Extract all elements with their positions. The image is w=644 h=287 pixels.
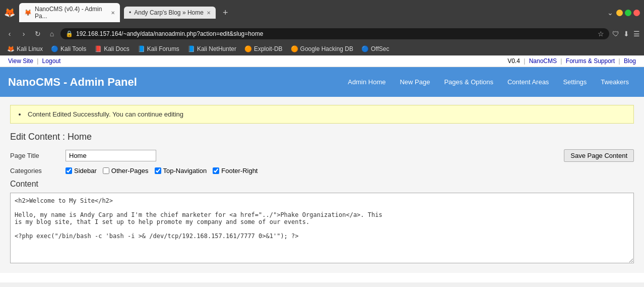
browser-tab-inactive[interactable]: • Andy Carp's Blog » Home ✕ <box>124 7 216 19</box>
logout-link[interactable]: Logout <box>42 58 61 65</box>
footer-right-checkbox[interactable] <box>213 167 219 174</box>
browser-controls-bar: ‹ › ↻ ⌂ 🔒 ☆ 🛡 ⬇ ☰ <box>0 25 644 42</box>
address-bar-container: 🔒 ☆ <box>60 28 609 39</box>
save-page-content-button[interactable]: Save Page Content <box>564 149 634 162</box>
nav-settings[interactable]: Settings <box>556 67 594 97</box>
tab-title: Andy Carp's Blog » Home <box>134 9 204 16</box>
top-links-bar: View Site | Logout V0.4 | NanoCMS | Foru… <box>0 55 644 67</box>
bookmark-offsec[interactable]: 🔵 OffSec <box>358 44 392 53</box>
top-links-left: View Site | Logout <box>8 58 60 65</box>
other-pages-checkbox[interactable] <box>103 167 109 174</box>
top-navigation-checkbox-label[interactable]: Top-Navigation <box>155 167 207 175</box>
browser-tab-active[interactable]: 🦊 NanoCMS (v0.4) - Admin Pa... ✕ <box>19 3 120 22</box>
admin-header: NanoCMS - Admin Panel Admin Home New Pag… <box>0 67 644 97</box>
footer-right-label: Footer-Right <box>221 167 257 175</box>
edit-content-title: Edit Content : Home <box>10 132 634 142</box>
extensions-button[interactable]: 🛡 <box>612 30 619 38</box>
sidebar-checkbox[interactable] <box>66 167 72 174</box>
main-content-area: Content Edited Successfully. You can con… <box>0 97 644 273</box>
top-navigation-checkbox[interactable] <box>155 167 161 174</box>
browser-toolbar-icons: 🛡 ⬇ ☰ <box>612 30 640 38</box>
tab-favicon: • <box>129 9 131 16</box>
bookmark-google-hacking-db[interactable]: 🟠 Google Hacking DB <box>288 44 356 53</box>
home-button[interactable]: ⌂ <box>46 28 57 39</box>
page-title-label: Page Title <box>10 152 60 159</box>
page-content: View Site | Logout V0.4 | NanoCMS | Foru… <box>0 55 644 282</box>
nav-pages-options[interactable]: Pages & Options <box>437 67 500 97</box>
bookmark-kali-linux[interactable]: 🦊 Kali Linux <box>4 44 46 53</box>
bookmark-exploit-db[interactable]: 🟠 Exploit-DB <box>241 44 286 53</box>
other-pages-checkbox-label[interactable]: Other-Pages <box>103 167 149 175</box>
version-text: V0.4 <box>507 58 520 65</box>
address-bar[interactable] <box>76 30 595 37</box>
categories-row: Categories Sidebar Other-Pages Top-Navig… <box>10 167 634 175</box>
view-site-link[interactable]: View Site <box>8 58 33 65</box>
categories-label: Categories <box>10 167 60 175</box>
security-icon: 🔒 <box>66 30 73 37</box>
close-button[interactable] <box>633 10 640 16</box>
reload-button[interactable]: ↻ <box>32 28 43 39</box>
back-button[interactable]: ‹ <box>4 28 15 39</box>
categories-checkboxes: Sidebar Other-Pages Top-Navigation Foote… <box>66 167 257 175</box>
forward-button[interactable]: › <box>18 28 29 39</box>
nav-new-page[interactable]: New Page <box>393 67 437 97</box>
top-links-right: V0.4 | NanoCMS | Forums & Support | Blog <box>507 58 636 65</box>
tab-close-button[interactable]: ✕ <box>111 10 115 16</box>
browser-title-bar: 🦊 🦊 NanoCMS (v0.4) - Admin Pa... ✕ • And… <box>0 0 644 25</box>
firefox-logo: 🦊 <box>4 7 15 18</box>
blog-link[interactable]: Blog <box>624 58 636 65</box>
bookmark-kali-docs[interactable]: 📕 Kali Docs <box>91 44 133 53</box>
bookmark-star-icon[interactable]: ☆ <box>598 30 604 38</box>
nav-tweakers[interactable]: Tweakers <box>594 67 636 97</box>
tab-close-button[interactable]: ✕ <box>207 10 211 16</box>
nav-admin-home[interactable]: Admin Home <box>341 67 393 97</box>
new-tab-button[interactable]: + <box>220 8 231 18</box>
tab-dropdown-button[interactable]: ⌄ <box>607 9 613 17</box>
profile-button[interactable]: ⬇ <box>623 30 629 38</box>
tab-title: NanoCMS (v0.4) - Admin Pa... <box>35 6 108 20</box>
admin-navigation: Admin Home New Page Pages & Options Cont… <box>341 67 636 97</box>
sidebar-checkbox-label[interactable]: Sidebar <box>66 167 97 175</box>
minimize-button[interactable] <box>616 10 623 16</box>
sidebar-label: Sidebar <box>74 167 97 175</box>
footer-right-checkbox-label[interactable]: Footer-Right <box>213 167 257 175</box>
success-message-text: Content Edited Successfully. You can con… <box>19 110 625 118</box>
bookmark-kali-nethunter[interactable]: 📘 Kali NetHunter <box>184 44 239 53</box>
bookmarks-bar: 🦊 Kali Linux 🔵 Kali Tools 📕 Kali Docs 📘 … <box>0 42 644 55</box>
menu-button[interactable]: ☰ <box>633 30 640 38</box>
page-title-row: Page Title Save Page Content <box>10 149 634 162</box>
admin-panel-title: NanoCMS - Admin Panel <box>8 68 341 97</box>
content-section-label: Content <box>10 180 634 189</box>
tab-favicon: 🦊 <box>24 9 32 16</box>
content-textarea[interactable] <box>10 193 634 263</box>
maximize-button[interactable] <box>625 10 631 16</box>
bookmark-kali-forums[interactable]: 📘 Kali Forums <box>135 44 182 53</box>
forums-support-link[interactable]: Forums & Support <box>566 58 615 65</box>
bookmark-kali-tools[interactable]: 🔵 Kali Tools <box>48 44 89 53</box>
success-message-box: Content Edited Successfully. You can con… <box>10 105 634 124</box>
nanocms-link[interactable]: NanoCMS <box>529 58 557 65</box>
top-navigation-label: Top-Navigation <box>163 167 207 175</box>
browser-window: 🦊 🦊 NanoCMS (v0.4) - Admin Pa... ✕ • And… <box>0 0 644 282</box>
page-title-input[interactable] <box>66 150 156 161</box>
nav-content-areas[interactable]: Content Areas <box>500 67 556 97</box>
window-controls <box>616 10 640 16</box>
other-pages-label: Other-Pages <box>111 167 149 175</box>
